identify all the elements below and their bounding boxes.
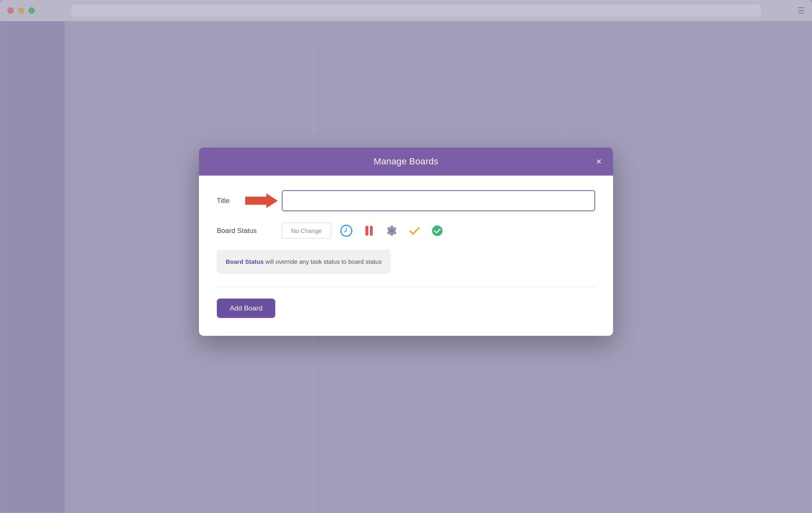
info-box-bold-text: Board Status [226, 258, 263, 265]
status-pause-icon[interactable] [361, 223, 377, 238]
status-options: No Change [282, 223, 595, 239]
info-box-rest-text: will override any task status to board s… [263, 258, 382, 265]
svg-point-1 [432, 225, 443, 236]
status-check-icon[interactable] [407, 223, 422, 238]
manage-boards-modal: Manage Boards × Title Board Status [199, 147, 613, 336]
title-field-wrapper [282, 190, 595, 211]
info-box: Board Status will override any task stat… [217, 250, 391, 274]
modal-header: Manage Boards × [199, 147, 613, 176]
modal-divider [217, 287, 595, 287]
no-change-button[interactable]: No Change [282, 223, 331, 239]
modal-close-button[interactable]: × [594, 155, 603, 168]
svg-marker-0 [245, 194, 278, 208]
board-status-field: No Change [282, 223, 595, 239]
add-board-button[interactable]: Add Board [217, 298, 275, 318]
title-input[interactable] [282, 190, 595, 211]
modal-body: Title Board Status No Change [199, 176, 613, 336]
status-clock-icon[interactable] [339, 223, 354, 238]
status-circle-check-icon[interactable] [430, 223, 445, 238]
title-row: Title [217, 190, 595, 211]
arrow-pointer [245, 194, 278, 208]
board-status-label: Board Status [217, 226, 282, 235]
status-gear-icon[interactable] [384, 223, 400, 238]
info-box-text: Board Status will override any task stat… [226, 258, 382, 265]
board-status-row: Board Status No Change [217, 223, 595, 239]
modal-title: Manage Boards [374, 156, 438, 167]
